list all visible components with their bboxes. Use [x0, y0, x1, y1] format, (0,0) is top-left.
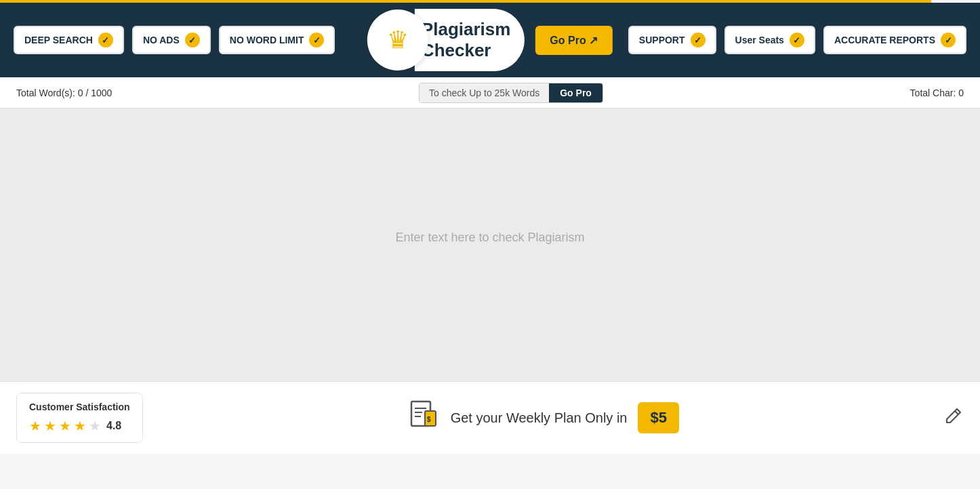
star-2: ★ — [44, 418, 56, 434]
header-right-features: SUPPORT ✓ User Seats ✓ ACCURATE REPORTS … — [628, 26, 966, 54]
no-ads-label: NO ADS — [143, 35, 180, 45]
user-seats-label: User Seats — [735, 35, 784, 45]
star-1: ★ — [29, 418, 41, 434]
feature-no-ads: NO ADS ✓ — [132, 26, 211, 54]
logo-text-area: Plagiarism Checker — [415, 9, 525, 71]
pro-banner-text: To check Up to 25k Words — [420, 83, 549, 102]
star-5: ★ — [89, 418, 101, 434]
no-word-limit-check-icon: ✓ — [309, 33, 324, 47]
support-check-icon: ✓ — [691, 33, 706, 47]
subheader: Total Word(s): 0 / 1000 To check Up to 2… — [0, 77, 980, 109]
header-center-logo: ♛ Plagiarism Checker Go Pro ↗ — [367, 9, 613, 71]
pro-banner: To check Up to 25k Words Go Pro — [419, 83, 603, 103]
edit-icon[interactable] — [943, 406, 964, 430]
go-pro-banner-button[interactable]: Go Pro — [549, 83, 603, 102]
stars-row: ★ ★ ★ ★ ★ 4.8 — [29, 418, 130, 434]
weekly-plan-price[interactable]: $5 — [638, 402, 678, 433]
word-count-label: Total Word(s): 0 / 1000 — [16, 87, 112, 98]
header-left-features: DEEP SEARCH ✓ NO ADS ✓ NO WORD LIMIT ✓ — [14, 26, 335, 54]
go-pro-header-button[interactable]: Go Pro ↗ — [535, 26, 613, 55]
header: DEEP SEARCH ✓ NO ADS ✓ NO WORD LIMIT ✓ ♛… — [0, 3, 980, 77]
weekly-plan-section: $ Get your Weekly Plan Only in $5 — [407, 399, 679, 437]
logo-title: Plagiarism Checker — [422, 19, 511, 61]
char-count-label: Total Char: 0 — [910, 87, 964, 98]
feature-support: SUPPORT ✓ — [628, 26, 716, 54]
plan-icon: $ — [407, 399, 440, 437]
feature-deep-search: DEEP SEARCH ✓ — [14, 26, 124, 54]
customer-satisfaction-title: Customer Satisfaction — [29, 402, 130, 412]
feature-accurate-reports: ACCURATE REPORTS ✓ — [823, 26, 966, 54]
no-ads-check-icon: ✓ — [185, 33, 200, 47]
deep-search-check-icon: ✓ — [98, 33, 113, 47]
svg-text:$: $ — [427, 416, 431, 423]
deep-search-label: DEEP SEARCH — [24, 35, 93, 45]
plagiarism-text-input[interactable] — [0, 109, 980, 381]
crown-icon: ♛ — [387, 26, 409, 54]
rating-number: 4.8 — [106, 420, 121, 432]
accurate-reports-label: ACCURATE REPORTS — [834, 35, 935, 45]
star-3: ★ — [59, 418, 71, 434]
logo-circle: ♛ — [367, 9, 428, 71]
no-word-limit-label: NO WORD LIMIT — [230, 35, 304, 45]
textarea-container[interactable] — [0, 109, 980, 381]
footer: Customer Satisfaction ★ ★ ★ ★ ★ 4.8 $ Ge… — [0, 381, 980, 454]
weekly-plan-text: Get your Weekly Plan Only in — [451, 410, 628, 426]
star-4: ★ — [74, 418, 86, 434]
support-label: SUPPORT — [639, 35, 685, 45]
feature-user-seats: User Seats ✓ — [724, 26, 815, 54]
customer-satisfaction-card: Customer Satisfaction ★ ★ ★ ★ ★ 4.8 — [16, 393, 143, 443]
user-seats-check-icon: ✓ — [790, 33, 804, 47]
accurate-reports-check-icon: ✓ — [941, 33, 956, 47]
feature-no-word-limit: NO WORD LIMIT ✓ — [219, 26, 335, 54]
